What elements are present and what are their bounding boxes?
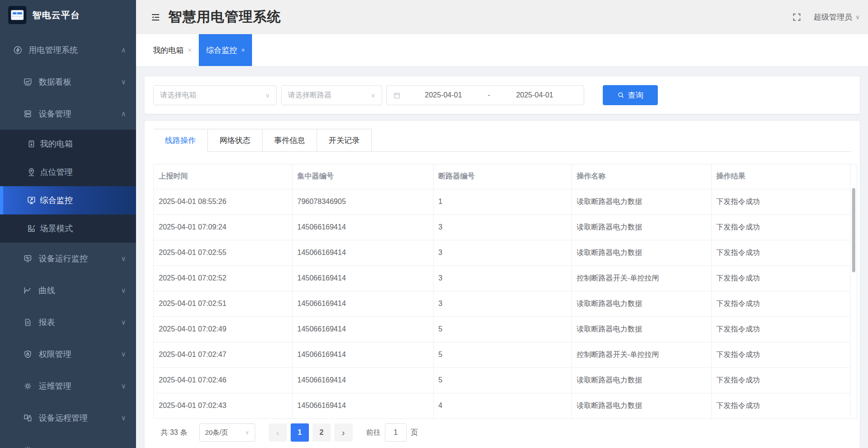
sidebar-item-ops-mgmt[interactable]: 运维管理 ∨ [0,370,136,402]
sidebar-item-label: 运维管理 [39,381,71,392]
operations-table: 上报时间 集中器编号 断路器编号 操作名称 操作结果 [153,164,857,419]
cell-report-time: 2025-04-01 07:02:52 [154,265,292,291]
prev-page-button[interactable]: ‹ [269,423,287,442]
box-select-placeholder: 请选择电箱 [160,91,197,100]
sidebar-item-permission-mgmt[interactable]: 权限管理 ∨ [0,338,136,370]
cell-operation-result: 下发指令成功 [711,291,851,316]
sidebar-item-label: 综合监控 [40,195,73,206]
tab-close-icon[interactable]: × [188,46,192,54]
sidebar-item-label: 数据看板 [39,76,71,87]
power-icon [13,45,23,55]
fullscreen-icon[interactable] [792,12,802,22]
dashboard-icon [23,77,33,87]
tab-my-box[interactable]: 我的电箱 × [146,34,199,66]
cell-collector-id: 145066169414 [292,342,433,367]
sidebar-item-scene-mode[interactable]: 场景模式 [0,214,136,243]
cell-collector-id: 145066169414 [292,240,433,265]
page-size-select[interactable]: 20条/页 ∨ [199,423,255,442]
content-tabs-row: 线路操作 网络状态 事件信息 开关记录 [153,129,851,152]
sidebar-item-device-run-monitor[interactable]: 设备运行监控 ∨ [0,243,136,275]
submenu-arrow-icon: ∨ [121,350,126,358]
column-header: 集中器编号 [292,164,433,189]
table-scrollbar-track [851,164,857,418]
tab-integrated-monitor[interactable]: 综合监控 × [199,34,252,66]
column-header: 操作结果 [711,164,851,189]
cell-operation-name: 读取断路器电力数据 [571,214,711,240]
cell-operation-name: 控制断路器开关-单控拉闸 [571,265,711,291]
cell-collector-id: 796078346905 [292,189,433,214]
breaker-select[interactable]: 请选择断路器 ∨ [281,85,382,105]
sidebar-item-curve[interactable]: 曲线 ∨ [0,275,136,306]
cell-operation-result: 下发指令成功 [711,316,851,342]
table-row: 2025-04-01 08:55:26 796078346905 1 读取断路器… [154,189,851,214]
cell-report-time: 2025-04-01 07:02:49 [154,316,292,342]
cell-operation-name: 读取断路器电力数据 [571,240,711,265]
sidebar-item-report[interactable]: 报表 ∨ [0,306,136,338]
sidebar-item-power-mgmt[interactable]: 用电管理系统 ∧ [0,34,136,66]
cell-report-time: 2025-04-01 07:09:24 [154,214,292,240]
date-range-picker[interactable]: 2025-04-01 - 2025-04-01 [386,85,584,105]
table-body: 2025-04-01 08:55:26 796078346905 1 读取断路器… [154,189,851,418]
filter-bar: 请选择电箱 ∨ 请选择断路器 ∨ 2025-04-01 - 2025-04-01… [145,76,860,114]
sidebar-item-label: 权限管理 [39,349,71,360]
tab-event-info[interactable]: 事件信息 [262,129,317,152]
page-number-button[interactable]: 1 [291,423,309,442]
cell-operation-result: 下发指令成功 [711,189,851,214]
table-row: 2025-04-01 07:02:47 145066169414 5 控制断路器… [154,342,851,367]
table-row: 2025-04-01 07:02:51 145066169414 3 读取断路器… [154,291,851,316]
sidebar-item-partial-item[interactable] [0,434,136,448]
cell-collector-id: 145066169414 [292,393,433,418]
cell-breaker-id: 5 [433,342,571,367]
sidebar-item-device-mgmt[interactable]: 设备管理 ∧ [0,98,136,130]
monitor-panel: 线路操作 网络状态 事件信息 开关记录 [145,121,860,448]
date-start-value: 2025-04-01 [401,91,486,99]
search-icon [617,92,625,99]
cell-operation-result: 下发指令成功 [711,214,851,240]
cell-operation-result: 下发指令成功 [711,342,851,367]
sidebar-item-label: 报表 [39,317,55,328]
curve-icon [23,285,33,295]
collapse-sidebar-icon[interactable] [150,12,161,23]
box-select[interactable]: 请选择电箱 ∨ [153,85,277,105]
goto-label: 前往 [366,428,381,438]
user-menu[interactable]: 超级管理员 ∨ [813,12,860,22]
table-header-row: 上报时间 集中器编号 断路器编号 操作名称 操作结果 [154,164,851,189]
next-page-button[interactable]: › [334,423,353,442]
cell-operation-name: 读取断路器电力数据 [571,393,711,418]
cell-breaker-id: 5 [433,367,571,393]
goto-page-input[interactable] [385,423,407,442]
table-row: 2025-04-01 07:02:43 145066169414 4 读取断路器… [154,393,851,418]
submenu-arrow-icon: ∨ [121,382,126,390]
sidebar-item-point-mgmt[interactable]: 点位管理 [0,158,136,186]
tab-network-status[interactable]: 网络状态 [208,129,262,152]
table-row: 2025-04-01 07:02:49 145066169414 5 读取断路器… [154,316,851,342]
date-separator: - [486,91,492,99]
submenu-arrow-icon: ∧ [121,46,126,54]
submenu-arrow-icon: ∨ [121,318,126,326]
logo-box-icon [8,6,26,24]
page-title: 智慧用电管理系统 [168,8,281,26]
tab-close-icon[interactable]: × [241,46,245,54]
total-count: 共 33 条 [161,428,187,438]
table-row: 2025-04-01 07:09:24 145066169414 3 读取断路器… [154,214,851,240]
content-tab-label: 网络状态 [220,135,251,146]
tab-line-operation[interactable]: 线路操作 [153,129,208,152]
cell-report-time: 2025-04-01 07:02:46 [154,367,292,393]
tab-switch-record[interactable]: 开关记录 [317,129,372,152]
cell-report-time: 2025-04-01 07:02:47 [154,342,292,367]
monitor-icon [26,195,36,205]
page-number-button[interactable]: 2 [313,423,331,442]
shield-icon [23,349,33,359]
content-area: 请选择电箱 ∨ 请选择断路器 ∨ 2025-04-01 - 2025-04-01… [136,66,868,448]
sidebar-item-my-box[interactable]: 我的电箱 [0,130,136,158]
table-scrollbar-thumb[interactable] [852,188,855,272]
sidebar-item-integrated-monitor[interactable]: 综合监控 [0,186,136,214]
sidebar-item-device-remote-mgmt[interactable]: 设备远程管理 ∨ [0,402,136,434]
query-button[interactable]: 查询 [603,85,658,105]
gear-icon [23,445,33,448]
mybox-icon [26,139,36,149]
sidebar-item-data-dashboard[interactable]: 数据看板 ∨ [0,66,136,98]
content-tab-label: 开关记录 [329,135,360,146]
chevron-down-icon: ∨ [371,92,375,99]
cell-breaker-id: 4 [433,393,571,418]
